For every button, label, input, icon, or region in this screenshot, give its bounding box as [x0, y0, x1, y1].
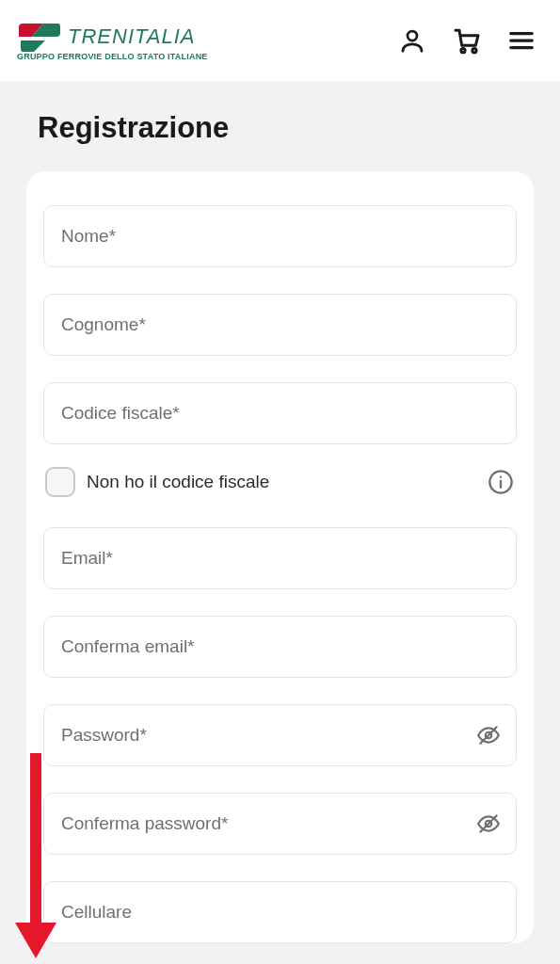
password-field[interactable]: [61, 725, 499, 746]
codice-fiscale-field[interactable]: [61, 403, 499, 424]
eye-off-icon[interactable]: [474, 810, 503, 838]
conferma-password-field[interactable]: [61, 813, 499, 834]
cognome-field[interactable]: [61, 314, 499, 335]
email-field-wrapper: [43, 527, 517, 589]
nome-field[interactable]: [61, 226, 499, 247]
brand-name: TRENITALIA: [68, 24, 196, 49]
svg-point-8: [500, 476, 502, 478]
brand-logo[interactable]: TRENITALIA GRUPPO FERROVIE DELLO STATO I…: [17, 20, 208, 61]
header: TRENITALIA GRUPPO FERROVIE DELLO STATO I…: [0, 0, 560, 81]
no-cf-row: Non ho il codice fiscale: [45, 467, 515, 497]
header-actions: [396, 24, 537, 56]
nome-field-wrapper: [43, 205, 517, 267]
conferma-email-field[interactable]: [61, 636, 499, 657]
codice-fiscale-field-wrapper: [43, 382, 517, 444]
no-cf-label: Non ho il codice fiscale: [87, 472, 269, 492]
password-field-wrapper: [43, 704, 517, 766]
cognome-field-wrapper: [43, 294, 517, 356]
registration-card: Non ho il codice fiscale: [26, 171, 534, 943]
eye-off-icon[interactable]: [474, 721, 503, 749]
page-title: Registrazione: [38, 111, 545, 145]
svg-point-1: [461, 49, 465, 53]
conferma-password-field-wrapper: [43, 793, 517, 855]
svg-point-2: [472, 49, 476, 53]
info-icon[interactable]: [487, 468, 515, 496]
page-body: Registrazione Non ho il codice fiscale: [0, 81, 560, 943]
cart-icon[interactable]: [451, 24, 483, 56]
menu-icon[interactable]: [505, 24, 537, 56]
svg-point-0: [408, 31, 417, 40]
email-field[interactable]: [61, 548, 499, 569]
cellulare-field-wrapper: [43, 881, 517, 943]
account-icon[interactable]: [396, 24, 428, 56]
cellulare-field[interactable]: [61, 902, 499, 923]
logo-mark-icon: [17, 20, 62, 54]
no-cf-checkbox[interactable]: [45, 467, 75, 497]
conferma-email-field-wrapper: [43, 616, 517, 678]
